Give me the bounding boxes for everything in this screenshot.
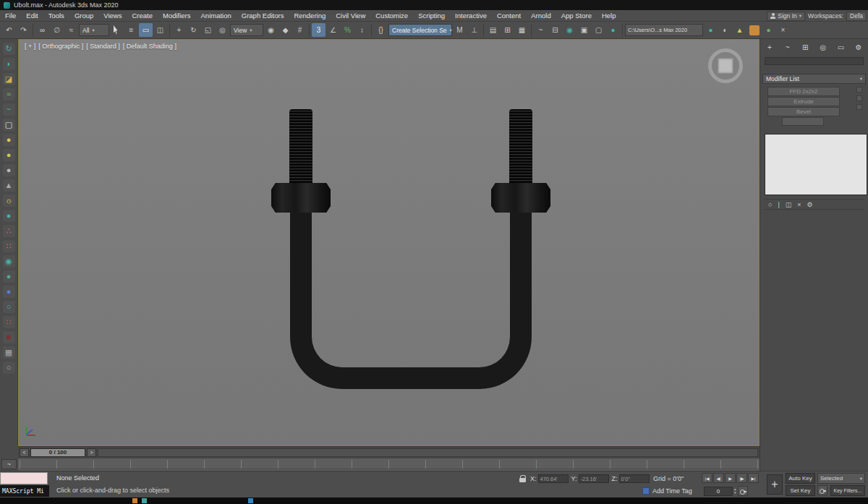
menu-app-store[interactable]: App Store xyxy=(556,10,597,21)
select-and-link-button[interactable]: ∞ xyxy=(35,23,49,37)
viewcube[interactable] xyxy=(708,48,743,83)
viewport-menu-shading[interactable]: [ Default Shading ] xyxy=(123,43,176,50)
sign-in-button[interactable]: Sign In ▾ xyxy=(767,12,805,21)
frame-spinner[interactable]: ▴ ▾ xyxy=(734,487,736,495)
layer-explorer-button[interactable]: ▦ xyxy=(515,23,529,37)
use-pivot-center-button[interactable]: ◉ xyxy=(264,23,278,37)
render-setup-button[interactable]: ▣ xyxy=(577,23,591,37)
left-tool-dots-pair[interactable]: ∷ xyxy=(3,240,15,252)
modifier-list-dropdown[interactable]: Modifier List ▾ xyxy=(762,74,866,84)
left-tool-grid-dots-red[interactable]: ∷ xyxy=(3,316,15,328)
named-selection-sets-button[interactable]: {} xyxy=(374,23,388,37)
taskbar-app-icon[interactable] xyxy=(142,498,147,503)
viewport-menu-pov[interactable]: [ Orthographic ] xyxy=(38,43,83,50)
left-tool-cone[interactable]: ▲ xyxy=(3,179,15,192)
play-button[interactable]: ▶ xyxy=(725,473,736,483)
select-and-scale-button[interactable]: ◱ xyxy=(201,23,215,37)
select-and-rotate-button[interactable]: ↻ xyxy=(187,23,200,37)
left-tool-target-teal[interactable]: ◉ xyxy=(3,255,15,268)
visibility-toggle-icon[interactable] xyxy=(856,95,862,101)
render-preset-icon[interactable] xyxy=(747,23,761,37)
select-and-manipulate-button[interactable]: ◆ xyxy=(278,23,292,37)
selection-region-button[interactable]: ▭ xyxy=(139,23,153,37)
left-tool-sphere-blue[interactable]: ● xyxy=(3,286,15,298)
left-tool-sphere-olive[interactable]: ● xyxy=(3,149,15,161)
remove-modifier-icon[interactable]: × xyxy=(797,201,801,208)
reference-coordinate-dropdown[interactable]: View ▾ xyxy=(230,24,263,36)
show-end-result-icon[interactable]: | xyxy=(778,201,779,208)
left-tool-circle-gray[interactable]: ○ xyxy=(3,362,15,374)
left-tool-rotate-teal[interactable]: ↻ xyxy=(3,43,15,55)
left-tool-crescent[interactable]: ◗ xyxy=(3,58,15,70)
named-selection-set-field[interactable]: Create Selection Se ▾ xyxy=(388,24,452,36)
left-tool-card-white[interactable]: ▢ xyxy=(3,119,15,131)
render-triangle-icon[interactable]: ▲ xyxy=(733,23,746,37)
maxscript-mini-listener[interactable] xyxy=(0,472,48,484)
go-to-end-button[interactable]: ▶| xyxy=(748,473,759,483)
menu-views[interactable]: Views xyxy=(98,10,127,21)
tab-utilities[interactable]: ⚙ xyxy=(853,42,864,52)
toggle-ribbon-button[interactable]: ▤ xyxy=(486,23,500,37)
left-tool-spray-green[interactable]: ≈ xyxy=(3,88,15,101)
modifier-stack-item-ffd[interactable]: FFD 2x2x2 xyxy=(767,87,840,96)
menu-content[interactable]: Content xyxy=(492,10,526,21)
bind-to-space-warp-button[interactable]: ≈ xyxy=(64,23,78,37)
selection-lock-icon[interactable] xyxy=(519,475,526,483)
select-object-button[interactable] xyxy=(110,23,124,37)
window-crossing-button[interactable]: ◫ xyxy=(153,23,167,37)
tab-create[interactable]: + xyxy=(764,42,775,52)
modifier-stack-item-bevel[interactable]: Bevel xyxy=(767,107,840,116)
select-by-name-button[interactable]: ≡ xyxy=(124,23,138,37)
next-frame-button[interactable]: |▶ xyxy=(736,473,747,483)
render-half-icon[interactable]: ◐ xyxy=(718,23,732,37)
configure-modifier-sets-icon[interactable]: ⚙ xyxy=(807,201,813,208)
left-tool-sphere-teal[interactable]: ● xyxy=(3,210,15,222)
menu-animation[interactable]: Animation xyxy=(196,10,237,21)
left-tool-box-gray[interactable]: ▦ xyxy=(3,346,15,359)
menu-rendering[interactable]: Rendering xyxy=(289,10,331,21)
material-editor-button[interactable]: ◉ xyxy=(563,23,576,37)
left-tool-sphere-yellow[interactable]: ● xyxy=(3,134,15,146)
modifier-stack-view[interactable] xyxy=(765,134,867,195)
make-unique-icon[interactable]: ◫ xyxy=(786,201,792,208)
time-slider-track[interactable] xyxy=(98,448,758,457)
menu-create[interactable]: Create xyxy=(127,10,158,21)
set-key-button[interactable]: Set Key xyxy=(786,485,815,496)
left-tool-swatch-dark[interactable]: ◪ xyxy=(3,73,15,85)
scene-explorer-button[interactable]: ⊞ xyxy=(501,23,514,37)
menu-tools[interactable]: Tools xyxy=(43,10,69,21)
key-selection-dropdown[interactable]: Selected ▾ xyxy=(817,473,865,484)
key-filters-key-icon[interactable] xyxy=(817,485,827,495)
selection-filter-dropdown[interactable]: All ▾ xyxy=(79,24,109,36)
left-tool-dots-red[interactable]: ∴ xyxy=(3,225,15,237)
y-coordinate-field[interactable]: -23.16' xyxy=(579,474,609,483)
project-path-field[interactable]: C:\Users\O...s Max 2020 xyxy=(625,24,703,36)
time-slider-thumb[interactable]: 0 / 100 xyxy=(30,448,85,457)
z-coordinate-field[interactable]: 0'0" xyxy=(619,474,650,483)
tab-motion[interactable]: ◎ xyxy=(817,42,829,52)
curve-editor-button[interactable]: ~ xyxy=(534,23,548,37)
tab-modify[interactable]: ~ xyxy=(782,42,793,52)
left-tool-swatch-darkred[interactable]: ■ xyxy=(3,331,15,343)
select-and-move-button[interactable]: + xyxy=(172,23,186,37)
snap-toggle-button[interactable]: 3 xyxy=(312,23,326,37)
render-green-icon[interactable]: ● xyxy=(762,23,775,37)
auto-key-button[interactable]: Auto Key xyxy=(786,473,815,484)
previous-frame-button[interactable]: ◀| xyxy=(713,473,724,483)
keyboard-override-button[interactable]: # xyxy=(293,23,307,37)
modifier-stack-item-empty[interactable] xyxy=(782,117,824,126)
menu-customize[interactable]: Customize xyxy=(370,10,413,21)
visibility-toggle-icon[interactable] xyxy=(856,87,862,93)
tab-display[interactable]: ▭ xyxy=(835,42,846,52)
set-keys-button[interactable]: + xyxy=(767,474,783,495)
current-frame-field[interactable]: 0 xyxy=(704,487,733,496)
key-mode-toggle-button[interactable] xyxy=(738,486,748,496)
spinner-snap-button[interactable]: ↕ xyxy=(355,23,369,37)
select-and-place-button[interactable]: ◎ xyxy=(216,23,229,37)
rendered-frame-window-button[interactable]: ▢ xyxy=(592,23,605,37)
menu-arnold[interactable]: Arnold xyxy=(526,10,556,21)
workspace-dropdown[interactable]: Defa xyxy=(846,12,867,21)
viewport[interactable]: [ + ] [ Orthographic ] [ Standard ] [ De… xyxy=(18,39,760,446)
menu-group[interactable]: Group xyxy=(69,10,98,21)
left-tool-sphere-seagreen[interactable]: ● xyxy=(3,270,15,283)
